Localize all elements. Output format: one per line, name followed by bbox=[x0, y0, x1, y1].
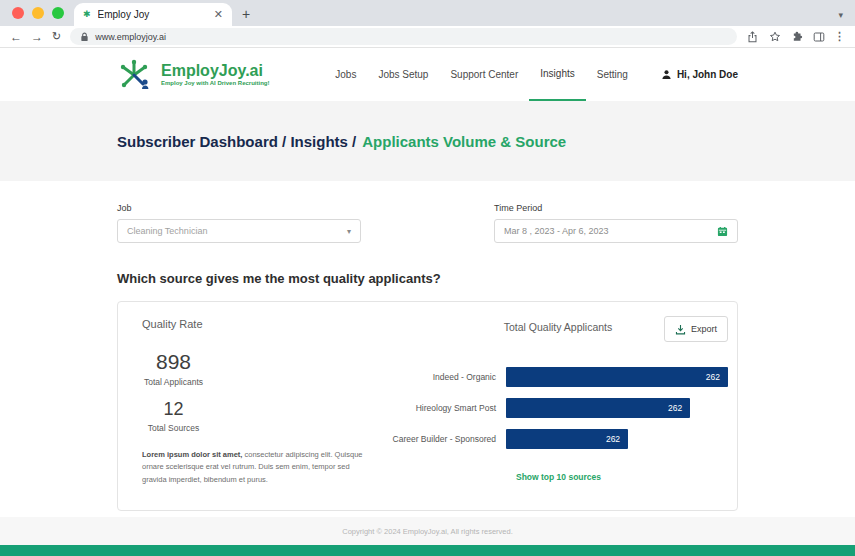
user-menu[interactable]: Hi, John Doe bbox=[661, 69, 738, 80]
bookmark-star-icon[interactable] bbox=[768, 30, 781, 43]
nav-item-setting[interactable]: Setting bbox=[586, 48, 639, 101]
quality-rate-title: Quality Rate bbox=[142, 318, 384, 330]
tab-search-chevron-icon[interactable]: ▾ bbox=[838, 10, 843, 20]
bottom-accent-strip bbox=[0, 545, 855, 556]
tab-close-icon[interactable]: ✕ bbox=[214, 8, 223, 21]
total-sources-label: Total Sources bbox=[148, 423, 200, 433]
download-icon bbox=[675, 324, 686, 335]
total-applicants-label: Total Applicants bbox=[144, 377, 203, 387]
nav-item-jobs[interactable]: Jobs bbox=[324, 48, 367, 101]
logo[interactable]: EmployJoy.ai Employ Joy with AI Driven R… bbox=[117, 58, 269, 92]
chart-row: Career Builder - Sponsored 262 bbox=[388, 429, 728, 449]
main-nav: Jobs Jobs Setup Support Center Insights … bbox=[324, 48, 639, 101]
bar-track: 262 bbox=[506, 367, 728, 387]
bar-track: 262 bbox=[506, 429, 728, 449]
logo-starburst-icon bbox=[117, 58, 153, 92]
bar-category-label: Indeed - Organic bbox=[388, 372, 506, 382]
quality-chart-panel: Total Quality Applicants Export Indeed -… bbox=[384, 318, 728, 490]
export-button-label: Export bbox=[691, 324, 717, 334]
browser-menu-icon[interactable]: ⋮ bbox=[834, 30, 845, 43]
browser-tab[interactable]: ✱ Employ Joy ✕ bbox=[74, 3, 232, 26]
time-period-label: Time Period bbox=[494, 203, 738, 213]
close-window-button[interactable] bbox=[12, 7, 24, 19]
quality-bar: 262 bbox=[506, 398, 690, 418]
browser-tabstrip: ✱ Employ Joy ✕ + ▾ bbox=[0, 0, 855, 26]
filters-row: Job Cleaning Technician ▾ Time Period Ma… bbox=[117, 203, 738, 243]
quality-stats: 898 Total Applicants 12 Total Sources bbox=[144, 350, 203, 433]
chevron-down-icon: ▾ bbox=[347, 227, 351, 236]
breadcrumb-current: Applicants Volume & Source bbox=[362, 133, 566, 150]
toolbar-actions: ⋮ bbox=[746, 30, 845, 43]
page-footer: Copyright © 2024 EmployJoy.ai, All right… bbox=[0, 517, 855, 545]
job-select[interactable]: Cleaning Technician ▾ bbox=[117, 219, 361, 243]
logo-title: EmployJoy.ai bbox=[161, 63, 269, 80]
bar-value-label: 262 bbox=[606, 434, 620, 444]
bar-value-label: 262 bbox=[668, 403, 682, 413]
site-header: EmployJoy.ai Employ Joy with AI Driven R… bbox=[0, 48, 855, 101]
url-text: www.employjoy.ai bbox=[95, 32, 166, 42]
quality-rate-panel: Quality Rate 898 Total Applicants 12 Tot… bbox=[142, 318, 384, 490]
date-range-value: Mar 8 , 2023 - Apr 6, 2023 bbox=[504, 226, 609, 236]
chart-row: Hireology Smart Post 262 bbox=[388, 398, 728, 418]
lock-icon bbox=[80, 32, 89, 42]
job-filter-label: Job bbox=[117, 203, 361, 213]
quality-description-lead: Lorem ipsum dolor sit amet, bbox=[142, 450, 242, 459]
extensions-puzzle-icon[interactable] bbox=[790, 30, 803, 43]
total-sources-value: 12 bbox=[164, 399, 184, 420]
nav-item-jobs-setup[interactable]: Jobs Setup bbox=[367, 48, 439, 101]
job-filter: Job Cleaning Technician ▾ bbox=[117, 203, 361, 243]
quality-bar-chart: Indeed - Organic 262 Hireology Smart Pos… bbox=[388, 367, 728, 449]
breadcrumb-band: Subscriber Dashboard / Insights / Applic… bbox=[0, 101, 855, 181]
quality-bar: 262 bbox=[506, 429, 628, 449]
user-greeting: Hi, John Doe bbox=[677, 69, 738, 80]
breadcrumb[interactable]: Subscriber Dashboard / Insights / bbox=[117, 133, 356, 150]
bar-track: 262 bbox=[506, 398, 728, 418]
export-button[interactable]: Export bbox=[664, 316, 728, 342]
tab-title: Employ Joy bbox=[98, 9, 207, 20]
back-button[interactable]: ← bbox=[10, 31, 22, 43]
job-select-value: Cleaning Technician bbox=[127, 226, 207, 236]
new-tab-button[interactable]: + bbox=[232, 6, 262, 26]
show-top-sources-link[interactable]: Show top 10 sources bbox=[516, 472, 601, 482]
maximize-window-button[interactable] bbox=[52, 7, 64, 19]
address-bar[interactable]: www.employjoy.ai bbox=[70, 28, 737, 45]
favicon: ✱ bbox=[83, 10, 91, 19]
window-controls bbox=[0, 7, 74, 26]
insight-question: Which source gives me the most quality a… bbox=[117, 271, 738, 286]
forward-button[interactable]: → bbox=[31, 31, 43, 43]
side-panel-icon[interactable] bbox=[812, 30, 825, 43]
main-content: Job Cleaning Technician ▾ Time Period Ma… bbox=[0, 181, 855, 511]
minimize-window-button[interactable] bbox=[32, 7, 44, 19]
chart-row: Indeed - Organic 262 bbox=[388, 367, 728, 387]
bar-category-label: Career Builder - Sponsored bbox=[388, 434, 506, 444]
bar-value-label: 262 bbox=[706, 372, 720, 382]
nav-item-insights[interactable]: Insights bbox=[529, 48, 585, 101]
share-icon[interactable] bbox=[746, 30, 759, 43]
nav-item-support-center[interactable]: Support Center bbox=[439, 48, 529, 101]
date-range-input[interactable]: Mar 8 , 2023 - Apr 6, 2023 bbox=[494, 219, 738, 243]
user-icon bbox=[661, 69, 672, 80]
logo-tagline: Employ Joy with AI Driven Recruiting! bbox=[161, 80, 269, 86]
browser-toolbar: ← → ↻ www.employjoy.ai bbox=[0, 26, 855, 48]
calendar-icon bbox=[717, 226, 728, 237]
quality-bar: 262 bbox=[506, 367, 728, 387]
total-applicants-value: 898 bbox=[156, 350, 191, 374]
quality-rate-card: Quality Rate 898 Total Applicants 12 Tot… bbox=[117, 301, 738, 511]
copyright-text: Copyright © 2024 EmployJoy.ai, All right… bbox=[342, 527, 512, 536]
quality-description: Lorem ipsum dolor sit amet, consectetur … bbox=[142, 449, 370, 486]
time-period-filter: Time Period Mar 8 , 2023 - Apr 6, 2023 bbox=[494, 203, 738, 243]
bar-category-label: Hireology Smart Post bbox=[388, 403, 506, 413]
reload-button[interactable]: ↻ bbox=[52, 31, 61, 42]
